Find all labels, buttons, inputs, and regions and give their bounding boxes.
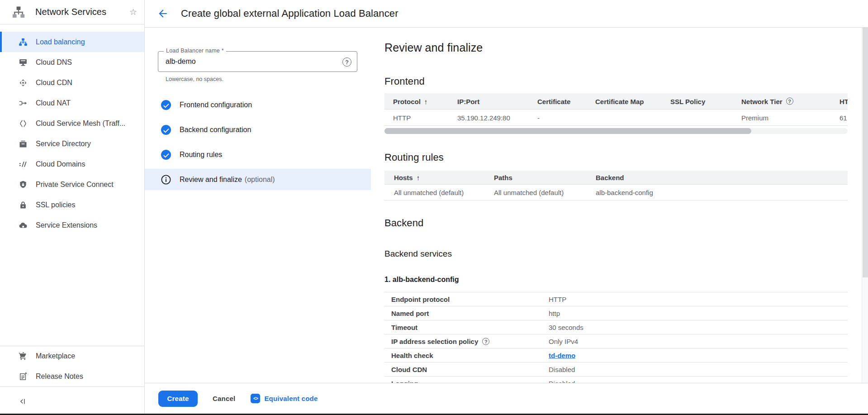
column-backend[interactable]: Backend (596, 174, 624, 181)
service-extensions-icon (18, 220, 28, 230)
column-protocol[interactable]: Protocol↑ (393, 97, 427, 105)
sidebar-item-private-service-connect[interactable]: Private Service Connect (0, 174, 144, 195)
cell-paths: All unmatched (default) (494, 189, 564, 196)
property-row-ip-address-selection-policy: IP address selection policy ? Only IPv4 (384, 334, 848, 348)
sidebar-item-marketplace[interactable]: Marketplace (0, 346, 144, 366)
sidebar-title: Network Services (35, 7, 106, 17)
step-complete-check-icon (161, 150, 171, 160)
cloud-domains-icon (18, 159, 28, 169)
frontend-heading: Frontend (384, 76, 425, 87)
column-paths[interactable]: Paths (494, 174, 512, 181)
sidebar-nav: Load balancing Cloud DNS (0, 32, 144, 235)
column-ip-port[interactable]: IP:Port (457, 97, 479, 105)
sidebar-item-cloud-dns[interactable]: Cloud DNS (0, 52, 144, 72)
sidebar-item-label: SSL policies (36, 201, 75, 209)
property-row-timeout: Timeout 30 seconds (384, 320, 848, 334)
property-value: td-demo (549, 352, 575, 359)
hscrollbar-thumb[interactable] (384, 128, 751, 134)
ssl-policies-icon (18, 200, 28, 210)
sidebar-item-label: Release Notes (36, 372, 83, 381)
page-header: Create global external Application Load … (145, 0, 868, 28)
property-key: Endpoint protocol (391, 296, 450, 303)
column-hosts[interactable]: Hosts↑ (394, 174, 420, 181)
vertical-scrollbar[interactable] (862, 28, 868, 383)
step-label: Frontend configuration (180, 101, 252, 109)
sidebar-item-cloud-cdn[interactable]: Cloud CDN (0, 72, 144, 93)
sidebar-item-label: Cloud Service Mesh (Traff... (36, 119, 125, 128)
column-certificate[interactable]: Certificate (537, 97, 570, 105)
sidebar-item-cloud-nat[interactable]: Cloud NAT (0, 93, 144, 113)
favorite-star-icon[interactable]: ☆ (129, 7, 137, 17)
step-frontend-configuration[interactable]: Frontend configuration (145, 94, 371, 115)
column-network-tier[interactable]: Network Tier? (741, 97, 793, 105)
sidebar-item-ssl-policies[interactable]: SSL policies (0, 195, 144, 215)
cell-ip-port: 35.190.12.249:80 (457, 114, 510, 121)
backend-services-heading: Backend services (384, 249, 452, 259)
sidebar-item-label: Marketplace (36, 352, 75, 360)
property-key: Named port (391, 310, 429, 317)
property-row-named-port: Named port http (384, 306, 848, 320)
property-key: IP address selection policy ? (391, 338, 489, 345)
back-arrow-icon[interactable] (157, 8, 169, 19)
sidebar-item-load-balancing[interactable]: Load balancing (0, 32, 144, 52)
load-balancer-name-input[interactable] (158, 52, 357, 72)
equivalent-code-button[interactable]: <> Equivalent code (251, 394, 318, 403)
property-value: HTTP (549, 296, 566, 303)
wizard-panel: Load Balancer name * ? Lowercase, no spa… (145, 28, 371, 383)
create-button[interactable]: Create (158, 391, 198, 407)
cell-backend: alb-backend-config (596, 189, 653, 196)
cell-ht-clipped: 61 (840, 114, 847, 121)
cell-hosts: All unmatched (default) (394, 189, 464, 196)
sidebar-item-cloud-service-mesh[interactable]: Cloud Service Mesh (Traff... (0, 113, 144, 134)
backend-properties-table: Endpoint protocol HTTP Named port http T… (384, 292, 848, 391)
frontend-table-row: HTTP 35.190.12.249:80 - Premium 61 (384, 110, 848, 126)
step-review-and-finalize[interactable]: Review and finalize (optional) (145, 169, 371, 190)
backend-heading: Backend (384, 217, 423, 229)
frontend-table: Protocol↑ IP:Port Certificate Certificat… (384, 93, 848, 126)
service-directory-icon (18, 139, 28, 149)
cell-certificate: - (537, 114, 540, 121)
sidebar-item-cloud-domains[interactable]: Cloud Domains (0, 154, 144, 174)
cloud-nat-icon (18, 98, 28, 108)
routing-rules-table: Hosts↑ Paths Backend All unmatched (defa… (384, 171, 848, 200)
step-label: Backend configuration (180, 126, 251, 134)
action-bar: Create Cancel <> Equivalent code (145, 383, 868, 414)
review-content: Review and finalize Frontend Protocol↑ I… (384, 28, 848, 383)
property-value: Only IPv4 (549, 338, 578, 345)
sidebar-item-service-extensions[interactable]: Service Extensions (0, 215, 144, 235)
step-info-icon (161, 175, 171, 185)
cloud-service-mesh-icon (18, 119, 28, 129)
property-value: 30 seconds (549, 324, 583, 331)
ip-policy-help-icon[interactable]: ? (482, 338, 489, 345)
property-key: Health check (391, 352, 433, 359)
column-certificate-map[interactable]: Certificate Map (595, 97, 644, 105)
sidebar-item-label: Service Extensions (36, 221, 97, 229)
frontend-table-header: Protocol↑ IP:Port Certificate Certificat… (384, 93, 848, 110)
sidebar-item-release-notes[interactable]: Release Notes (0, 366, 144, 386)
health-check-link[interactable]: td-demo (549, 352, 575, 359)
name-help-icon[interactable]: ? (342, 57, 351, 67)
property-key: Cloud CDN (391, 366, 427, 373)
frontend-table-hscrollbar[interactable] (384, 128, 848, 134)
load-balancing-icon (18, 37, 28, 47)
step-backend-configuration[interactable]: Backend configuration (145, 119, 371, 140)
sort-ascending-icon: ↑ (424, 97, 428, 105)
sidebar-item-label: Cloud DNS (36, 58, 72, 67)
cancel-button[interactable]: Cancel (206, 391, 242, 406)
sidebar-item-label: Cloud CDN (36, 79, 72, 87)
sidebar-item-label: Private Service Connect (36, 181, 114, 189)
property-value: http (549, 310, 560, 317)
column-ssl-policy[interactable]: SSL Policy (670, 97, 705, 105)
backend-service-name: 1. alb-backend-config (384, 276, 459, 284)
step-complete-check-icon (161, 125, 171, 135)
vertical-scrollbar-thumb[interactable] (863, 28, 868, 277)
collapse-sidebar-button[interactable] (16, 395, 30, 408)
column-ht-clipped[interactable]: HT (840, 97, 848, 105)
sidebar-item-label: Cloud Domains (36, 160, 85, 168)
network-tier-help-icon[interactable]: ? (786, 98, 793, 105)
cloud-cdn-icon (18, 78, 28, 88)
step-routing-rules[interactable]: Routing rules (145, 144, 371, 165)
sidebar-item-service-directory[interactable]: Service Directory (0, 134, 144, 154)
name-hint-text: Lowercase, no spaces. (166, 76, 223, 82)
marketplace-icon (18, 351, 28, 361)
